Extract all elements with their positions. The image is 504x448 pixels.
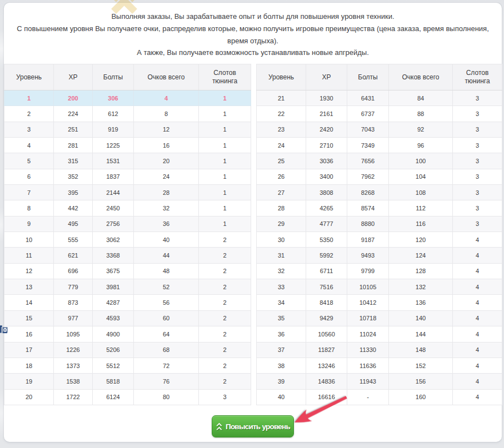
level-cell: 3400: [306, 169, 347, 184]
level-cell: 9187: [347, 232, 389, 248]
level-cell: 7962: [347, 169, 389, 184]
level-table-1-20: УровеньXPБолтыОчков всегоСлотов тюнинга1…: [4, 64, 251, 405]
level-cell: 5: [4, 153, 54, 169]
level-row: 3711827113301484: [257, 342, 502, 358]
level-cell: 32: [257, 263, 306, 279]
level-cell: 44: [134, 248, 199, 263]
level-cell: 136: [389, 295, 453, 310]
level-cell: 14836: [306, 374, 347, 389]
level-row: 2427107349963: [257, 138, 502, 153]
page: Выполняя заказы, Вы зарабатываете опыт и…: [0, 0, 504, 448]
level-cell: 696: [54, 263, 93, 279]
level-cell: 5512: [93, 358, 134, 373]
level-cell: 6124: [93, 389, 134, 405]
level-cell: 124: [389, 248, 453, 263]
level-cell: 1531: [93, 153, 134, 169]
level-cell: 4: [453, 279, 502, 295]
level-cell: 152: [389, 358, 453, 373]
level-cell: 1373: [54, 358, 93, 373]
column-header: XP: [306, 64, 347, 90]
level-cell: 621: [54, 248, 93, 263]
level-cell: 10: [4, 232, 54, 248]
level-cell: 4: [453, 263, 502, 279]
level-cell: 76: [134, 374, 199, 389]
level-row: 26340079621043: [257, 169, 502, 184]
intro-line: Выполняя заказы, Вы зарабатываете опыт и…: [4, 11, 502, 23]
double-chevron-up-icon: [216, 422, 223, 430]
level-cell: 3: [453, 122, 502, 137]
level-row: 42811225161: [4, 138, 251, 153]
level-cell: 22: [257, 106, 306, 122]
level-cell: 39: [257, 374, 306, 389]
level-cell: 2420: [306, 122, 347, 137]
level-cell: 5992: [306, 248, 347, 263]
column-header: Уровень: [257, 64, 306, 90]
level-cell: 10718: [347, 310, 389, 326]
level-row: 32671197991284: [257, 263, 502, 279]
level-cell: 2450: [93, 200, 134, 216]
level-cell: 8268: [347, 185, 389, 200]
level-cell: 6737: [347, 106, 389, 122]
level-cell: 612: [93, 106, 134, 122]
level-cell: 14: [4, 295, 54, 310]
level-cell: 6: [4, 169, 54, 184]
level-cell: 4265: [306, 200, 347, 216]
level-row: 120030641: [4, 90, 251, 106]
level-row: 2017226124803: [4, 389, 251, 405]
column-header: Очков всего: [134, 64, 199, 90]
level-cell: 4287: [93, 295, 134, 310]
level-cell: 11943: [347, 374, 389, 389]
level-cell: 96: [389, 138, 453, 153]
level-cell: 8574: [347, 200, 389, 216]
level-cell: 3981: [93, 279, 134, 295]
level-cell: 4: [453, 248, 502, 263]
column-header: Очков всего: [389, 64, 453, 90]
level-cell: 1: [199, 122, 251, 137]
level-row: 63521837241: [4, 169, 251, 184]
level-cell: 4: [453, 295, 502, 310]
level-cell: 12: [134, 122, 199, 137]
level-cell: 2: [199, 263, 251, 279]
column-header: Болты: [93, 64, 134, 90]
level-cell: 2161: [306, 106, 347, 122]
level-table-21-40: УровеньXPБолтыОчков всегоСлотов тюнинга2…: [256, 64, 502, 405]
level-cell: 4: [453, 326, 502, 342]
level-cell: 2144: [93, 185, 134, 200]
level-cell: 555: [54, 232, 93, 248]
level-cell: 3: [453, 200, 502, 216]
level-cell: 9799: [347, 263, 389, 279]
level-cell: 108: [389, 185, 453, 200]
level-row: 27380882681083: [257, 185, 502, 200]
level-cell: 156: [389, 374, 453, 389]
level-cell: 779: [54, 279, 93, 295]
level-cell: 3036: [306, 153, 347, 169]
level-cell: 442: [54, 200, 93, 216]
level-cell: 5206: [93, 342, 134, 358]
level-row: 105553062402: [4, 232, 251, 248]
level-cell: 80: [134, 389, 199, 405]
level-cell: 11: [4, 248, 54, 263]
level-cell: 2: [199, 310, 251, 326]
level-cell: 3: [453, 185, 502, 200]
level-cell: 116: [389, 216, 453, 231]
level-row: 53151531201: [4, 153, 251, 169]
level-row: 148734287562: [4, 295, 251, 310]
level-cell: 2: [199, 358, 251, 373]
level-cell: 35: [257, 310, 306, 326]
level-cell: 2: [199, 248, 251, 263]
level-cell: 4: [134, 90, 199, 106]
level-row: 94952756361: [4, 216, 251, 231]
level-cell: 24: [257, 138, 306, 153]
level-cell: 8: [134, 106, 199, 122]
level-row: 1610954900642: [4, 326, 251, 342]
level-up-button[interactable]: Повысить уровень: [212, 415, 294, 437]
level-cell: 37: [257, 342, 306, 358]
level-cell: 4: [4, 138, 54, 153]
level-cell: 7043: [347, 122, 389, 137]
level-cell: 1: [199, 153, 251, 169]
level-cell: 24: [134, 169, 199, 184]
level-cell: 25: [257, 153, 306, 169]
level-cell: 5350: [306, 232, 347, 248]
level-cell: 281: [54, 138, 93, 153]
level-row: 25303676561003: [257, 153, 502, 169]
